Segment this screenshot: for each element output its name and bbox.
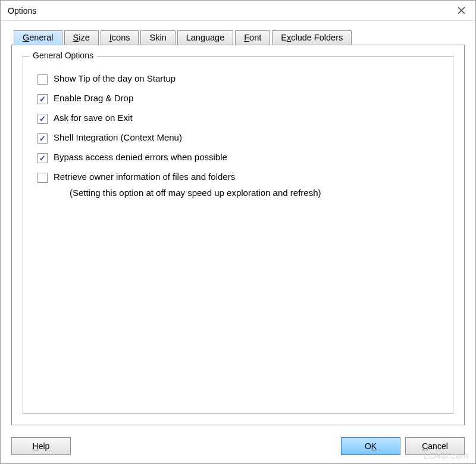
titlebar: Options <box>1 1 475 21</box>
tab-font[interactable]: Font <box>235 30 270 45</box>
checkbox[interactable] <box>37 173 48 183</box>
help-button[interactable]: Help <box>11 437 71 455</box>
ok-button[interactable]: OK <box>341 437 400 455</box>
option-label[interactable]: Bypass access denied errors when possibl… <box>54 152 227 162</box>
option-row: Show Tip of the day on Startup <box>37 73 442 85</box>
tab-icons[interactable]: Icons <box>101 30 139 45</box>
option-label[interactable]: Enable Drag & Drop <box>54 93 133 103</box>
tab-general[interactable]: General <box>14 30 62 45</box>
checkbox[interactable] <box>37 153 48 163</box>
tab-exclude-folders[interactable]: Exclude Folders <box>272 30 352 45</box>
tab-skin[interactable]: Skin <box>140 30 175 45</box>
general-options-fieldset: General Options Show Tip of the day on S… <box>23 56 453 414</box>
option-row: Retrieve owner information of files and … <box>37 172 442 183</box>
tab-bar: GeneralSizeIconsSkinLanguageFontExclude … <box>11 30 465 45</box>
option-row: Shell Integration (Context Menu) <box>37 132 442 144</box>
option-row: Enable Drag & Drop <box>37 93 442 104</box>
tab-size[interactable]: Size <box>64 30 99 45</box>
checkbox[interactable] <box>37 133 48 144</box>
checkbox[interactable] <box>37 94 48 104</box>
option-row: Ask for save on Exit <box>37 113 442 124</box>
btn-label: Help <box>33 441 50 451</box>
checkbox[interactable] <box>37 114 48 124</box>
tab-language[interactable]: Language <box>177 30 234 45</box>
option-row: Bypass access denied errors when possibl… <box>37 152 442 163</box>
content-area: GeneralSizeIconsSkinLanguageFontExclude … <box>1 21 475 431</box>
option-label[interactable]: Retrieve owner information of files and … <box>54 172 235 182</box>
dialog-footer: Help OK Cancel <box>1 431 475 463</box>
btn-label: Cancel <box>422 441 448 451</box>
options-dialog: Options GeneralSizeIconsSkinLanguageFont… <box>0 0 476 464</box>
checkbox[interactable] <box>37 74 48 85</box>
option-label[interactable]: Show Tip of the day on Startup <box>54 73 176 83</box>
fieldset-legend: General Options <box>29 51 97 60</box>
cancel-button[interactable]: Cancel <box>405 437 465 455</box>
option-label[interactable]: Ask for save on Exit <box>54 113 133 123</box>
tab-page-general: General Options Show Tip of the day on S… <box>11 45 465 425</box>
window-title: Options <box>8 6 36 15</box>
close-icon <box>458 7 465 14</box>
option-subtext: (Setting this option at off may speed up… <box>70 188 442 198</box>
option-label[interactable]: Shell Integration (Context Menu) <box>54 132 182 142</box>
btn-label: OK <box>365 441 377 451</box>
close-button[interactable] <box>449 2 473 19</box>
